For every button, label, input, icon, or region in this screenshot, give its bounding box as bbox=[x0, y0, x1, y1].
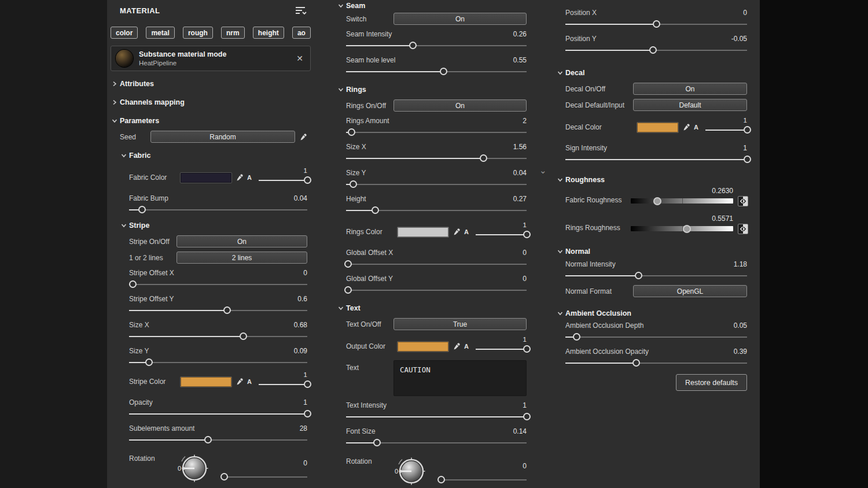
toggle-button-decal-default-input[interactable]: Default bbox=[633, 99, 747, 111]
section-header-seam[interactable]: Seam bbox=[338, 0, 530, 12]
slider-thumb[interactable] bbox=[523, 345, 531, 353]
slider-thumb[interactable] bbox=[372, 206, 379, 214]
color-swatch-output-color[interactable] bbox=[397, 341, 449, 352]
rotation-dial[interactable]: 0 bbox=[177, 451, 211, 487]
slider-track[interactable] bbox=[129, 357, 307, 368]
slider-thumb[interactable] bbox=[744, 156, 751, 163]
slider-thumb[interactable] bbox=[632, 359, 640, 367]
pencil-icon[interactable] bbox=[299, 133, 307, 141]
slider-track[interactable] bbox=[346, 438, 527, 448]
slider-track[interactable] bbox=[565, 332, 747, 342]
slider-thumb[interactable] bbox=[348, 128, 355, 136]
section-header-attributes[interactable]: Attributes bbox=[112, 78, 311, 90]
slider-thumb[interactable] bbox=[138, 206, 146, 213]
slider-thumb[interactable] bbox=[350, 180, 357, 188]
slider-track[interactable] bbox=[565, 154, 747, 165]
channel-chip-rough[interactable]: rough bbox=[183, 27, 213, 39]
section-header-stripe[interactable]: Stripe bbox=[121, 220, 311, 231]
slider-track[interactable] bbox=[476, 344, 527, 354]
slider-track[interactable] bbox=[705, 125, 747, 135]
slider-thumb[interactable] bbox=[304, 410, 311, 417]
slider-track[interactable] bbox=[129, 409, 307, 419]
color-swatch-stripe-color[interactable] bbox=[180, 376, 232, 387]
eyedropper-icon[interactable] bbox=[682, 123, 690, 131]
slider-track[interactable] bbox=[346, 127, 527, 138]
slider-thumb[interactable] bbox=[573, 333, 580, 341]
section-header-roughness[interactable]: Roughness bbox=[557, 174, 751, 186]
section-header-normal[interactable]: Normal bbox=[557, 246, 751, 257]
slider-thumb[interactable] bbox=[304, 176, 311, 184]
slider-track[interactable] bbox=[439, 475, 527, 485]
section-header-rings[interactable]: Rings bbox=[338, 84, 530, 95]
channel-chip-height[interactable]: height bbox=[253, 27, 284, 39]
section-header-ambient-occlusion[interactable]: Ambient Occlusion bbox=[557, 308, 751, 319]
section-header-fabric[interactable]: Fabric bbox=[121, 150, 311, 161]
slider-thumb[interactable] bbox=[523, 231, 531, 238]
slider-track[interactable] bbox=[565, 19, 747, 29]
slider-track[interactable] bbox=[259, 175, 307, 186]
toggle-button-normal-format[interactable]: OpenGL bbox=[633, 285, 747, 297]
slider-track[interactable] bbox=[565, 271, 747, 281]
section-header-text[interactable]: Text bbox=[338, 302, 530, 314]
slider-thumb[interactable] bbox=[683, 225, 691, 233]
material-card[interactable]: Substance material mode HeatPipeline ✕ bbox=[111, 46, 311, 71]
slider-track[interactable] bbox=[129, 331, 307, 342]
eyedropper-icon[interactable] bbox=[453, 342, 461, 350]
slider-track[interactable] bbox=[346, 259, 527, 269]
slider-thumb[interactable] bbox=[635, 272, 642, 279]
slider-track[interactable] bbox=[259, 379, 307, 390]
toggle-button-switch[interactable]: On bbox=[393, 13, 527, 25]
eyedropper-icon[interactable] bbox=[236, 378, 244, 386]
slider-thumb[interactable] bbox=[409, 42, 417, 49]
slider-track[interactable] bbox=[222, 472, 307, 482]
toggle-button-stripe-on-off[interactable]: On bbox=[176, 235, 307, 247]
slider-thumb[interactable] bbox=[204, 436, 212, 443]
gradient-slider-track[interactable] bbox=[631, 198, 733, 204]
toggle-button-text-on-off[interactable]: True bbox=[393, 318, 527, 330]
eyedropper-icon[interactable] bbox=[236, 173, 244, 182]
slider-thumb[interactable] bbox=[145, 358, 153, 366]
slider-track[interactable] bbox=[129, 205, 307, 215]
slider-track[interactable] bbox=[346, 285, 527, 295]
channel-chip-ao[interactable]: ao bbox=[292, 27, 311, 39]
seed-value-button[interactable]: Random bbox=[150, 131, 295, 143]
slider-track[interactable] bbox=[129, 435, 307, 445]
color-swatch-decal-color[interactable] bbox=[637, 122, 679, 133]
channel-chip-color[interactable]: color bbox=[111, 27, 138, 39]
gradient-slider-track[interactable] bbox=[631, 226, 733, 231]
toggle-button-decal-on-off[interactable]: On bbox=[633, 83, 747, 95]
slider-thumb[interactable] bbox=[373, 439, 381, 446]
remap-icon[interactable] bbox=[738, 196, 748, 206]
channel-chip-nrm[interactable]: nrm bbox=[221, 27, 245, 39]
slider-thumb[interactable] bbox=[523, 413, 531, 420]
restore-defaults-button[interactable]: Restore defaults bbox=[676, 374, 747, 391]
slider-thumb[interactable] bbox=[223, 306, 231, 314]
color-swatch-fabric-color[interactable] bbox=[180, 172, 232, 183]
rotation-dial[interactable]: 0 bbox=[394, 454, 428, 488]
slider-track[interactable] bbox=[346, 40, 527, 51]
slider-track[interactable] bbox=[565, 45, 747, 56]
color-swatch-rings-color[interactable] bbox=[397, 227, 449, 238]
section-header-channels-mapping[interactable]: Channels mapping bbox=[112, 97, 311, 108]
close-icon[interactable]: ✕ bbox=[296, 54, 303, 63]
slider-track[interactable] bbox=[346, 412, 527, 422]
toggle-button-rings-on-off[interactable]: On bbox=[393, 99, 527, 112]
toggle-button-1-or-2-lines[interactable]: 2 lines bbox=[176, 252, 307, 264]
slider-thumb[interactable] bbox=[240, 332, 247, 340]
slider-track[interactable] bbox=[565, 358, 747, 368]
slider-track[interactable] bbox=[346, 153, 527, 164]
slider-thumb[interactable] bbox=[744, 126, 751, 134]
slider-thumb[interactable] bbox=[649, 46, 657, 54]
slider-track[interactable] bbox=[346, 66, 527, 77]
slider-thumb[interactable] bbox=[480, 154, 487, 162]
slider-track[interactable] bbox=[129, 305, 307, 316]
eyedropper-icon[interactable] bbox=[453, 228, 461, 236]
channel-chip-metal[interactable]: metal bbox=[146, 27, 174, 39]
section-header-parameters[interactable]: Parameters bbox=[112, 115, 311, 127]
section-header-decal[interactable]: Decal bbox=[557, 67, 751, 79]
slider-thumb[interactable] bbox=[220, 473, 228, 480]
slider-track[interactable] bbox=[346, 179, 527, 190]
slider-track[interactable] bbox=[476, 230, 527, 240]
filter-sort-icon[interactable] bbox=[295, 5, 307, 16]
slider-thumb[interactable] bbox=[344, 260, 352, 268]
